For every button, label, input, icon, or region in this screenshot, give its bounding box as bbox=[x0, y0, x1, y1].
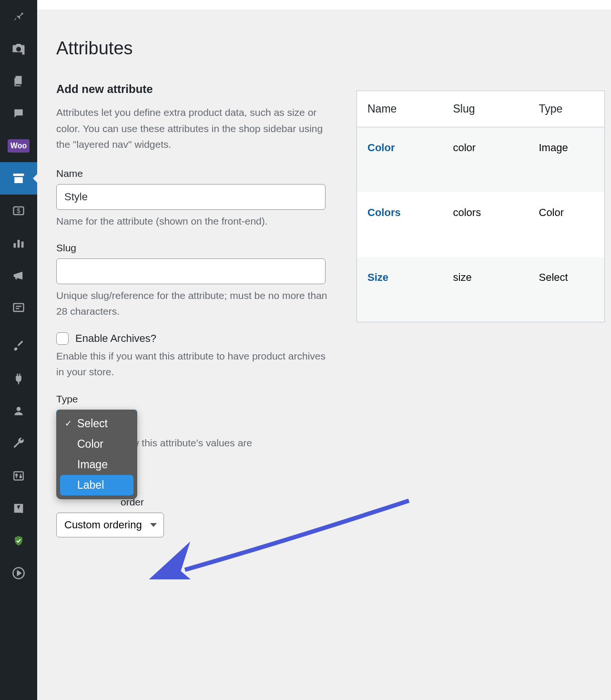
sidebar-item-marketing[interactable] bbox=[0, 259, 37, 292]
attribute-link[interactable]: Color bbox=[367, 142, 395, 154]
table-header-type: Type bbox=[529, 91, 605, 127]
svg-point-12 bbox=[16, 474, 17, 475]
sidebar-item-users[interactable] bbox=[0, 395, 37, 427]
sidebar-item-video[interactable] bbox=[0, 557, 37, 589]
table-header-slug: Slug bbox=[443, 91, 529, 127]
attribute-link[interactable]: Colors bbox=[367, 206, 401, 218]
yoast-icon bbox=[12, 502, 25, 515]
wrench-icon bbox=[12, 437, 25, 450]
pages-icon bbox=[12, 75, 25, 87]
table-cell-type: Select bbox=[529, 257, 605, 322]
sidebar-item-seo[interactable] bbox=[0, 492, 37, 525]
admin-sidebar: Woo $ bbox=[0, 0, 37, 700]
sidebar-item-security[interactable] bbox=[0, 525, 37, 557]
table-cell-slug: colors bbox=[443, 192, 529, 257]
name-input[interactable] bbox=[56, 184, 326, 210]
table-row: Size size Select bbox=[357, 257, 605, 322]
type-label: Type bbox=[56, 393, 333, 405]
megaphone-icon bbox=[12, 269, 25, 282]
brush-icon bbox=[12, 340, 25, 353]
slug-help: Unique slug/reference for the attribute;… bbox=[56, 288, 333, 319]
svg-point-8 bbox=[17, 407, 21, 411]
type-option-color[interactable]: Color bbox=[60, 434, 133, 454]
name-label: Name bbox=[56, 168, 333, 179]
attribute-form: Attributes Add new attribute Attributes … bbox=[56, 38, 333, 537]
camera-icon bbox=[11, 41, 26, 56]
slug-input[interactable] bbox=[56, 258, 326, 284]
sidebar-item-tools[interactable] bbox=[0, 427, 37, 460]
attributes-table-container: Name Slug Type Color color Image Colors … bbox=[356, 91, 605, 537]
svg-rect-2 bbox=[14, 243, 16, 247]
svg-rect-5 bbox=[14, 304, 24, 311]
table-row: Colors colors Color bbox=[357, 192, 605, 257]
sidebar-item-feedback[interactable] bbox=[0, 292, 37, 324]
sidebar-item-analytics[interactable] bbox=[0, 227, 37, 259]
top-bar bbox=[37, 0, 611, 10]
shield-icon bbox=[13, 535, 24, 546]
type-dropdown: Select Color Image Label bbox=[56, 410, 137, 499]
sidebar-item-comments[interactable] bbox=[0, 97, 37, 130]
play-icon bbox=[12, 566, 25, 580]
sidebar-item-plugins[interactable] bbox=[0, 362, 37, 395]
pushpin-icon bbox=[12, 10, 25, 23]
sidebar-item-payments[interactable]: $ bbox=[0, 195, 37, 227]
svg-text:$: $ bbox=[17, 207, 20, 215]
table-header-name: Name bbox=[357, 91, 443, 127]
chart-icon bbox=[12, 237, 25, 250]
sidebar-item-media[interactable] bbox=[0, 32, 37, 65]
sidebar-item-pages[interactable] bbox=[0, 65, 37, 97]
name-field-group: Name Name for the attribute (shown on th… bbox=[56, 168, 333, 229]
slug-field-group: Slug Unique slug/reference for the attri… bbox=[56, 242, 333, 319]
table-cell-slug: size bbox=[443, 257, 529, 322]
svg-rect-3 bbox=[18, 240, 20, 247]
form-heading: Add new attribute bbox=[56, 82, 333, 96]
type-option-image[interactable]: Image bbox=[60, 454, 133, 475]
sort-field-group: order Custom ordering bbox=[56, 496, 333, 537]
archives-label: Enable Archives? bbox=[75, 332, 156, 345]
sliders-icon bbox=[12, 470, 25, 482]
table-row: Color color Image bbox=[357, 127, 605, 193]
woo-icon: Woo bbox=[8, 139, 30, 153]
table-cell-type: Color bbox=[529, 192, 605, 257]
form-description: Attributes let you define extra product … bbox=[56, 104, 333, 153]
sidebar-item-products[interactable] bbox=[0, 162, 37, 195]
table-cell-type: Image bbox=[529, 127, 605, 193]
plug-icon bbox=[12, 372, 25, 385]
comment-icon bbox=[12, 107, 25, 120]
type-option-select[interactable]: Select bbox=[60, 413, 133, 434]
archives-help: Enable this if you want this attribute t… bbox=[56, 349, 333, 380]
user-icon bbox=[12, 405, 25, 417]
archives-checkbox[interactable] bbox=[56, 332, 69, 345]
page-title: Attributes bbox=[56, 38, 333, 59]
svg-rect-4 bbox=[21, 242, 24, 248]
dollar-icon: $ bbox=[12, 204, 25, 217]
sort-select[interactable]: Custom ordering bbox=[56, 513, 164, 537]
svg-point-13 bbox=[20, 476, 21, 478]
sidebar-item-settings[interactable] bbox=[0, 460, 37, 492]
attribute-link[interactable]: Size bbox=[367, 271, 388, 283]
name-help: Name for the attribute (shown on the fro… bbox=[56, 214, 333, 229]
sidebar-item-pin[interactable] bbox=[0, 0, 37, 32]
svg-rect-9 bbox=[14, 472, 23, 480]
type-option-label[interactable]: Label bbox=[60, 475, 133, 495]
content-area: Attributes Add new attribute Attributes … bbox=[37, 0, 611, 700]
sidebar-item-woo[interactable]: Woo bbox=[0, 130, 37, 162]
archive-icon bbox=[11, 171, 26, 185]
slug-label: Slug bbox=[56, 242, 333, 254]
sidebar-item-appearance[interactable] bbox=[0, 330, 37, 362]
table-cell-slug: color bbox=[443, 127, 529, 193]
archives-field-group: Enable Archives? Enable this if you want… bbox=[56, 332, 333, 380]
attributes-table: Name Slug Type Color color Image Colors … bbox=[356, 91, 605, 322]
feedback-icon bbox=[12, 301, 25, 315]
type-field-group: Type Select Color Image Label how this a… bbox=[56, 393, 333, 449]
